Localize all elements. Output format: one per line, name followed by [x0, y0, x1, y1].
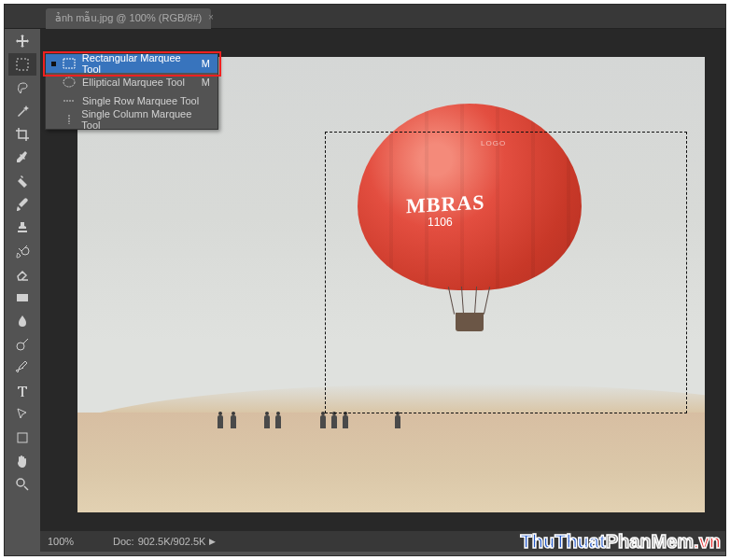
lasso-tool[interactable]: [8, 77, 36, 99]
hand-tool[interactable]: [8, 450, 36, 472]
doc-label: Doc:: [113, 536, 134, 547]
single-row-marquee-icon: [62, 95, 77, 106]
single-column-marquee-icon: [62, 114, 77, 125]
zoom-tool[interactable]: [8, 473, 36, 496]
info-arrow-icon[interactable]: ▶: [209, 537, 216, 546]
doc-size: 902.5K/902.5K: [138, 536, 206, 547]
selected-indicator: [51, 62, 56, 66]
rectangular-marquee-icon: [62, 58, 77, 69]
svg-rect-0: [17, 59, 28, 70]
flyout-item-shortcut: M: [202, 77, 210, 88]
crop-tool[interactable]: [8, 123, 36, 146]
gradient-tool[interactable]: [8, 287, 36, 309]
stamp-tool[interactable]: [8, 217, 36, 239]
flyout-item-label: Single Row Marquee Tool: [82, 95, 199, 106]
flyout-item-single-row-marquee[interactable]: Single Row Marquee Tool: [46, 91, 218, 110]
flyout-item-elliptical-marquee[interactable]: Elliptical Marquee Tool M: [46, 73, 218, 91]
zoom-level-field[interactable]: 100%: [48, 536, 113, 547]
path-select-tool[interactable]: [8, 403, 36, 426]
svg-rect-1: [17, 294, 28, 301]
svg-rect-6: [63, 59, 75, 68]
close-icon[interactable]: ×: [208, 12, 214, 22]
flyout-item-rectangular-marquee[interactable]: Rectangular Marquee Tool M: [46, 54, 218, 73]
blur-tool[interactable]: [8, 310, 36, 332]
watermark: ThuThuatPhanMem.vn: [521, 531, 721, 553]
type-tool[interactable]: [8, 380, 36, 402]
heal-tool[interactable]: [8, 170, 36, 192]
document-tab-bar: ảnh mẫu.jpg @ 100% (RGB/8#) ×: [5, 5, 725, 29]
image-sand: [77, 413, 705, 512]
flyout-item-single-column-marquee[interactable]: Single Column Marquee Tool: [46, 110, 218, 129]
svg-point-7: [63, 77, 75, 87]
marquee-selection[interactable]: [325, 132, 687, 413]
brush-tool[interactable]: [8, 193, 36, 216]
dodge-tool[interactable]: [8, 333, 36, 356]
document-tab[interactable]: ảnh mẫu.jpg @ 100% (RGB/8#): [46, 8, 211, 29]
marquee-tool-flyout: Rectangular Marquee Tool M Elliptical Ma…: [45, 53, 218, 130]
flyout-item-shortcut: M: [202, 58, 210, 69]
eraser-tool[interactable]: [8, 263, 36, 286]
tools-panel: [5, 29, 40, 533]
app-frame: ảnh mẫu.jpg @ 100% (RGB/8#) ×: [4, 4, 726, 556]
shape-tool[interactable]: [8, 427, 36, 449]
workspace-label: [7, 5, 40, 29]
flyout-item-label: Elliptical Marquee Tool: [82, 77, 185, 88]
elliptical-marquee-icon: [62, 77, 77, 88]
eyedropper-tool[interactable]: [8, 147, 36, 169]
svg-point-5: [17, 479, 24, 486]
svg-point-3: [17, 343, 24, 350]
wand-tool[interactable]: [8, 100, 36, 122]
move-tool[interactable]: [8, 30, 36, 52]
pen-tool[interactable]: [8, 357, 36, 379]
marquee-tool[interactable]: [8, 53, 36, 76]
flyout-item-label: Single Column Marquee Tool: [81, 108, 210, 131]
history-brush-tool[interactable]: [8, 240, 36, 262]
svg-rect-4: [18, 433, 27, 442]
flyout-item-label: Rectangular Marquee Tool: [82, 52, 202, 75]
